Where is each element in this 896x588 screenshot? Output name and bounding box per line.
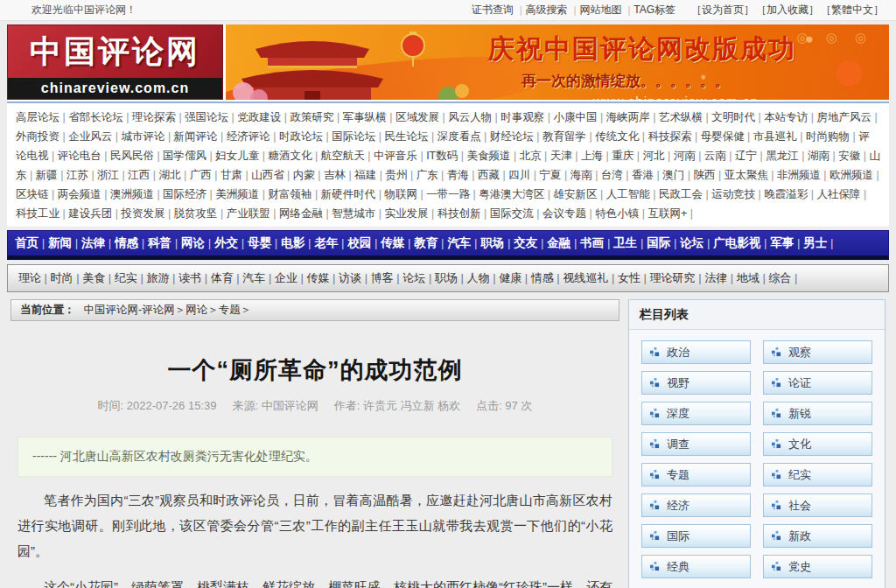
channel-link[interactable]: 福建	[354, 169, 385, 181]
sub-nav-link[interactable]: 理论	[18, 271, 51, 284]
channel-link[interactable]: 欧洲频道	[830, 169, 879, 181]
channel-link[interactable]: 上海	[581, 150, 612, 162]
category-button[interactable]: 新锐	[763, 402, 872, 425]
channel-link[interactable]: 陕西	[693, 169, 724, 181]
channel-link[interactable]: 传统文化	[595, 130, 648, 143]
channel-link[interactable]: 教育留学	[542, 130, 595, 143]
channel-link[interactable]: 澳门	[662, 169, 693, 181]
channel-link[interactable]: 糖酒文化	[269, 150, 321, 162]
channel-link[interactable]: 脱贫攻坚	[174, 207, 227, 220]
channel-link[interactable]: 城市评论	[121, 130, 173, 143]
channel-link[interactable]: 文明时代	[711, 111, 764, 123]
channel-link[interactable]: 山西省	[251, 169, 293, 181]
sub-nav-link[interactable]: 人物	[467, 271, 500, 284]
sub-nav-link[interactable]: 综合	[768, 271, 797, 284]
channel-link[interactable]: 人工智能	[606, 188, 659, 200]
main-nav-link[interactable]: 校园	[347, 236, 381, 249]
channel-link[interactable]: 深度看点	[438, 130, 490, 143]
category-button[interactable]: 社会	[763, 494, 872, 517]
main-nav-link[interactable]: 首页	[15, 236, 48, 249]
channel-link[interactable]: 广西	[190, 169, 220, 181]
channel-link[interactable]: 妇女儿童	[215, 150, 268, 162]
topbar-link[interactable]: TAG标签	[634, 3, 676, 18]
channel-link[interactable]: 一带一路	[426, 188, 479, 200]
channel-link[interactable]: 市县巡礼	[753, 130, 806, 143]
channel-link[interactable]: 湖南	[808, 150, 838, 162]
channel-link[interactable]: 财经论坛	[490, 130, 542, 143]
category-button[interactable]: 国际	[641, 524, 751, 548]
channel-link[interactable]: 广东	[416, 169, 447, 181]
sub-nav-link[interactable]: 法律	[704, 271, 737, 284]
main-nav-link[interactable]: 外交	[214, 236, 248, 249]
channel-link[interactable]: 国际交流	[490, 207, 542, 220]
channel-link[interactable]: 非洲频道	[777, 169, 830, 181]
channel-link[interactable]: 国际经济	[163, 188, 215, 200]
sub-nav-link[interactable]: 地域	[737, 271, 769, 284]
channel-link[interactable]: 湖北	[159, 169, 190, 181]
channel-link[interactable]: 内蒙	[293, 169, 324, 181]
channel-link[interactable]: 区块链	[16, 188, 58, 200]
sub-nav-link[interactable]: 女性	[618, 271, 650, 284]
channel-link[interactable]: 云南	[704, 150, 735, 162]
channel-link[interactable]: 人社保障	[817, 188, 867, 200]
channel-link[interactable]: 科技创新	[438, 207, 490, 220]
channel-link[interactable]: 江西	[128, 169, 158, 181]
channel-link[interactable]: 新闻评论	[174, 130, 227, 143]
topbar-link[interactable]: 高级搜索	[526, 3, 580, 18]
topbar-bracket-link[interactable]: ［加入收藏］	[756, 3, 819, 18]
site-logo[interactable]: 中国评论网 chinareview.com.cn	[7, 24, 223, 100]
channel-link[interactable]: 贵州	[385, 169, 416, 181]
channel-link[interactable]: 党政建设	[237, 111, 290, 123]
channel-link[interactable]: 美洲频道	[215, 188, 268, 200]
channel-link[interactable]: 经济评论	[227, 130, 279, 143]
channel-link[interactable]: 理论探索	[132, 111, 185, 123]
channel-link[interactable]: 香港	[632, 169, 662, 181]
category-button[interactable]: 深度	[641, 402, 751, 425]
channel-link[interactable]: 河南	[674, 150, 704, 162]
channel-link[interactable]: 河北	[642, 150, 673, 162]
channel-link[interactable]: 甘肃	[220, 169, 251, 181]
main-nav-link[interactable]: 法律	[81, 236, 115, 249]
main-nav-link[interactable]: 汽车	[447, 236, 480, 249]
topbar-bracket-link[interactable]: ［繁體中文］	[821, 3, 884, 18]
channel-link[interactable]: 产业联盟	[227, 207, 279, 220]
channel-link[interactable]: 吉林	[324, 169, 354, 181]
channel-link[interactable]: 时事观察	[500, 111, 553, 123]
main-nav-link[interactable]: 论坛	[680, 236, 713, 249]
category-button[interactable]: 政治	[641, 340, 751, 364]
channel-link[interactable]: 政策研究	[290, 111, 343, 123]
topbar-link[interactable]: 网站地图	[579, 3, 634, 18]
channel-link[interactable]: 四川	[508, 169, 539, 181]
sub-nav-link[interactable]: 理论研究	[650, 271, 705, 284]
channel-link[interactable]: 江苏	[66, 169, 97, 181]
sub-nav-link[interactable]: 体育	[211, 271, 243, 284]
main-nav-link[interactable]: 教育	[414, 236, 447, 249]
channel-link[interactable]: 民风民俗	[110, 150, 163, 162]
category-button[interactable]: 党史	[763, 555, 872, 578]
channel-link[interactable]: 科技探索	[648, 130, 700, 143]
main-nav-link[interactable]: 交友	[514, 236, 547, 249]
channel-link[interactable]: 粤港澳大湾区	[479, 188, 553, 200]
category-button[interactable]: 观察	[763, 340, 872, 364]
channel-link[interactable]: 航空航天	[321, 150, 374, 162]
channel-link[interactable]: 网络金融	[279, 207, 332, 220]
channel-link[interactable]: 时尚购物	[806, 130, 858, 143]
category-button[interactable]: 新政	[763, 524, 872, 548]
main-nav-link[interactable]: 网论	[181, 236, 214, 249]
topbar-bracket-link[interactable]: ［设为首页］	[691, 3, 754, 18]
sub-nav-link[interactable]: 传媒	[306, 271, 339, 284]
category-button[interactable]: 经典	[641, 555, 751, 578]
main-nav-link[interactable]: 金融	[547, 236, 580, 249]
channel-link[interactable]: 高层论坛	[16, 111, 68, 123]
main-nav-link[interactable]: 男士	[803, 236, 833, 249]
channel-link[interactable]: 实业发展	[384, 207, 437, 220]
channel-link[interactable]: 民生论坛	[384, 130, 437, 143]
main-nav-link[interactable]: 卫生	[613, 236, 647, 249]
main-nav-link[interactable]: 老年	[314, 236, 347, 249]
channel-link[interactable]: 投资发展	[121, 207, 173, 220]
channel-link[interactable]: 台湾	[601, 169, 632, 181]
channel-link[interactable]: 黑龙江	[766, 150, 808, 162]
channel-link[interactable]: 重庆	[612, 150, 642, 162]
category-button[interactable]: 文化	[763, 432, 872, 456]
channel-link[interactable]: 建设兵团	[68, 207, 121, 220]
